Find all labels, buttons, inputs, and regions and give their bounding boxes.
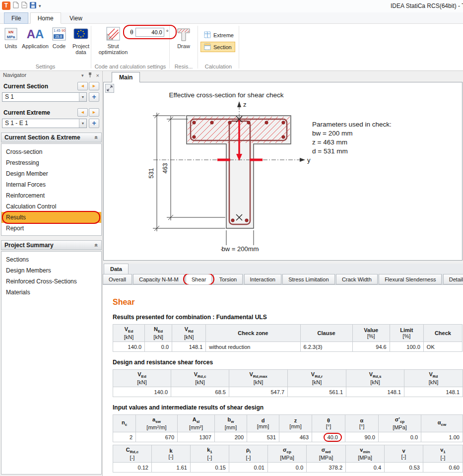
strut-optimization-button[interactable]: Strut optimization <box>97 25 129 63</box>
previous-section-button[interactable]: ◄ <box>77 82 88 90</box>
app-icon[interactable]: T <box>2 1 10 10</box>
project-data-label: Project data <box>69 43 92 55</box>
current-section-select[interactable]: S 1 ▼ <box>2 92 87 102</box>
sidebar-item-internal-forces[interactable]: Internal Forces <box>1 179 101 190</box>
units-button[interactable]: kN MPa Units <box>1 25 21 63</box>
add-extreme-button[interactable]: + <box>89 119 99 128</box>
navigator-title: Navigator <box>3 72 26 78</box>
add-section-button[interactable]: + <box>89 92 99 102</box>
sidebar-item-reinforced-cross-sections[interactable]: Reinforced Cross-Sections <box>1 276 101 287</box>
units-icon: kN MPa <box>1 25 21 43</box>
units-label: Units <box>1 43 21 49</box>
current-section-label: Current Section <box>3 83 48 90</box>
combo-dropdown-icon[interactable]: ▼ <box>79 119 86 128</box>
table-cell: 561.1 <box>288 387 346 397</box>
new-document-icon[interactable] <box>13 1 19 10</box>
shear-forces-table: VEd[kN]VRd,c[kN]VRd,max[kN]VRd,r[kN]VRd,… <box>103 369 463 397</box>
extreme-label: Extreme <box>213 32 234 38</box>
tab-flexural-slenderness[interactable]: Flexural Slenderness <box>379 274 442 284</box>
dimension-531-label: 531 <box>148 168 155 179</box>
tab-torsion[interactable]: Torsion <box>213 274 243 284</box>
panel-dropdown-icon[interactable]: ▾ <box>81 73 84 78</box>
theta-input[interactable] <box>135 28 164 37</box>
save-icon[interactable] <box>30 2 36 10</box>
toolbar-dropdown-icon[interactable]: ▾ <box>39 3 41 8</box>
tab-interaction[interactable]: Interaction <box>244 274 281 284</box>
data-panel: Data Overall Capacity N-M-M Shear Torsio… <box>103 264 463 476</box>
tab-file[interactable]: File <box>4 12 28 24</box>
code-icon: 1.45 90 25.8 <box>50 25 68 43</box>
previous-extreme-button[interactable]: ◄ <box>77 108 88 117</box>
extreme-button[interactable]: Extreme <box>200 30 237 40</box>
table-cell: 148.1 <box>346 387 404 397</box>
next-section-button[interactable]: ► <box>89 82 99 90</box>
column-header: Asl[mm²] <box>178 415 215 432</box>
sidebar-item-materials[interactable]: Materials <box>1 287 101 298</box>
project-summary-header[interactable]: Project Summary « <box>1 240 102 250</box>
table-cell: 90.0 <box>345 432 379 442</box>
tab-shear[interactable]: Shear <box>186 274 212 284</box>
tab-main[interactable]: Main <box>112 72 140 82</box>
column-header: Limit[%] <box>390 325 423 342</box>
current-extreme-label: Current Extreme <box>3 109 50 116</box>
sidebar-item-report[interactable]: Report <box>1 223 101 234</box>
tab-detailed[interactable]: Detailed <box>443 274 463 284</box>
tab-data[interactable]: Data <box>104 264 129 274</box>
column-header: αcw <box>421 415 463 432</box>
table-cell: 40.0 <box>312 432 345 442</box>
section-button[interactable]: Section <box>200 42 235 52</box>
code-button[interactable]: 1.45 90 25.8 Code <box>50 25 68 63</box>
parameters-title: Parameters used in check: <box>312 121 392 128</box>
y-axis-label: y <box>307 156 311 164</box>
dimension-463-label: 463 <box>162 163 169 174</box>
collapse-icon[interactable]: « <box>92 244 101 247</box>
sidebar-item-cross-section[interactable]: Cross-section <box>1 146 101 157</box>
main-tab-strip: Main <box>103 71 463 82</box>
column-header: k1[-] <box>191 445 229 463</box>
group-separator <box>91 26 91 68</box>
sidebar-item-sections[interactable]: Sections <box>1 254 101 265</box>
sidebar-item-design-members[interactable]: Design Members <box>1 265 101 276</box>
application-icon: AA <box>21 25 50 43</box>
sidebar-item-reinforcement[interactable]: Reinforcement <box>1 190 101 201</box>
table-cell: 0.0 <box>379 432 421 442</box>
tab-overall[interactable]: Overall <box>103 274 132 284</box>
sidebar-item-calculation-control[interactable]: Calculation Control <box>1 201 101 212</box>
collapse-icon[interactable]: « <box>92 136 101 139</box>
draw-button[interactable]: Draw <box>171 25 197 63</box>
results-label: Results <box>6 214 26 221</box>
column-header: CRd,c[-] <box>113 445 152 463</box>
column-header: α[°] <box>345 415 379 432</box>
tab-capacity-n-m-m[interactable]: Capacity N-M-M <box>133 274 184 284</box>
column-header: VRd,c[kN] <box>171 370 229 387</box>
combo-dropdown-icon[interactable]: ▼ <box>79 93 86 101</box>
title-bar: T ▾ IDEA StatiCa RCS(64bit) - T_se <box>0 0 463 12</box>
sidebar-item-results[interactable]: Results <box>1 212 101 223</box>
section-extreme-header[interactable]: Current Section & Extreme « <box>1 133 102 142</box>
column-header: Value[%] <box>352 325 390 342</box>
table-cell: 140.0 <box>113 387 171 397</box>
current-extreme-value: S 1 - E 1 <box>5 120 28 127</box>
next-extreme-button[interactable]: ► <box>89 108 99 117</box>
close-icon[interactable]: × <box>96 72 99 78</box>
tab-stress-limitation[interactable]: Stress Limitation <box>282 274 334 284</box>
application-button[interactable]: AA Application <box>21 25 50 63</box>
table-cell: 0.60 <box>423 463 463 473</box>
settings-group-label: Settings <box>0 64 91 69</box>
tab-crack-width[interactable]: Crack Width <box>336 274 378 284</box>
current-extreme-select[interactable]: S 1 - E 1 ▼ <box>2 119 87 128</box>
table-cell: 6.2.3(3) <box>300 342 352 352</box>
pin-icon[interactable] <box>87 72 93 79</box>
draw-icon <box>171 25 197 43</box>
forces-table-title: Design and resistance shear forces <box>113 359 463 366</box>
open-document-icon[interactable] <box>21 1 27 10</box>
table-cell: 1307 <box>178 432 215 442</box>
table-cell: 0.53 <box>385 463 423 473</box>
cross-section-drawing: Effective cross-section for shear check … <box>104 82 462 260</box>
project-data-button[interactable]: Project data <box>69 25 92 63</box>
tab-view[interactable]: View <box>63 13 89 24</box>
sidebar-item-prestressing[interactable]: Prestressing <box>1 157 101 168</box>
sidebar-item-design-member[interactable]: Design Member <box>1 168 101 179</box>
parameter-d: d = 531 mm <box>312 147 348 155</box>
tab-home[interactable]: Home <box>30 12 61 24</box>
